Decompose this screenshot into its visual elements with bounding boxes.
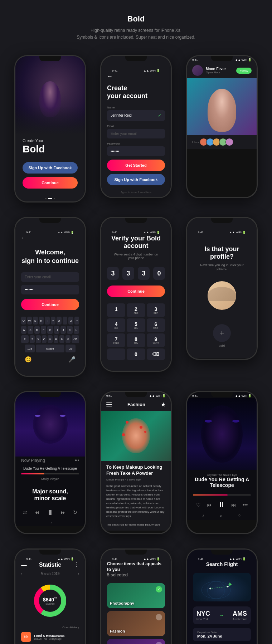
interest-card-other[interactable] xyxy=(107,639,165,644)
numpad-5[interactable]: 5JKL xyxy=(127,318,145,332)
departure-field[interactable]: Departure Date Mon, 24 June xyxy=(193,628,251,641)
key-z[interactable]: Z xyxy=(30,335,35,343)
key-l[interactable]: L xyxy=(74,326,79,334)
numpad-7[interactable]: 7PQRS xyxy=(107,333,125,347)
play-button[interactable]: ⏸ xyxy=(47,508,54,517)
facebook-signup-button[interactable]: Sign Up with Facebook xyxy=(23,162,78,174)
numpad-8[interactable]: 8TUV xyxy=(127,333,145,347)
key-space[interactable]: space xyxy=(36,345,64,352)
numpad-4[interactable]: 4GHI xyxy=(107,318,125,332)
emoji-key[interactable]: 😊 xyxy=(25,356,32,363)
key-i[interactable]: I xyxy=(63,317,68,325)
menu-icon-10[interactable]: ⋮ xyxy=(73,561,79,568)
email-input-4[interactable]: Enter your email xyxy=(21,272,79,282)
key-d[interactable]: D xyxy=(34,326,40,334)
signal-11: ▲▲ WiFi 🔋 xyxy=(144,557,160,561)
numpad-0[interactable]: 0 xyxy=(127,348,145,360)
key-s[interactable]: S xyxy=(28,326,33,334)
key-g[interactable]: G xyxy=(47,326,53,334)
next-month-button[interactable]: › xyxy=(78,572,79,576)
prev-button-9[interactable]: ⏮ xyxy=(207,502,212,508)
music-progress-bar[interactable] xyxy=(21,473,79,474)
back-arrow-4[interactable]: ← xyxy=(21,235,79,241)
next-button[interactable]: ⏭ xyxy=(61,509,66,515)
numpad-3[interactable]: 3DEF xyxy=(147,303,165,317)
key-x[interactable]: X xyxy=(36,335,41,343)
heart-icon-9[interactable]: ♡ xyxy=(238,513,242,518)
numpad-9[interactable]: 9WXYZ xyxy=(147,333,165,347)
key-delete[interactable]: ⌫ xyxy=(72,335,79,343)
shuffle-button[interactable]: ⇄ xyxy=(23,509,27,515)
numpad-6[interactable]: 6MNO xyxy=(147,318,165,332)
get-started-button[interactable]: Get Started xyxy=(107,160,165,171)
otp-digit-1[interactable]: 3 xyxy=(107,267,119,280)
otp-digit-3[interactable]: 3 xyxy=(138,267,150,280)
key-k[interactable]: K xyxy=(67,326,72,334)
key-b[interactable]: B xyxy=(54,335,59,343)
open-history[interactable]: Open History xyxy=(21,626,79,629)
continue-button-1[interactable]: Continue xyxy=(23,177,78,189)
hamburger-icon-10[interactable] xyxy=(21,564,27,566)
play-button-9[interactable]: ⏸ xyxy=(218,501,225,509)
numpad-1[interactable]: 1 xyxy=(107,303,125,317)
more-button-9[interactable]: ••• xyxy=(243,502,248,508)
key-c[interactable]: C xyxy=(42,335,47,343)
prev-button[interactable]: ⏮ xyxy=(34,509,39,515)
repeat-button[interactable]: ↻ xyxy=(73,509,77,515)
continue-button-4[interactable]: Continue xyxy=(21,299,79,310)
interest-card-photography[interactable]: ✓ Photography xyxy=(107,583,165,608)
key-p[interactable]: P xyxy=(74,317,79,325)
numpad-2[interactable]: 2ABC xyxy=(127,303,145,317)
phone-wrap-10: 9:41 ▲▲ WiFi 🔋 Statistic ⋮ ‹ March 2019 … xyxy=(11,548,89,644)
key-e[interactable]: E xyxy=(33,317,38,325)
music-note-icon[interactable]: ♪ xyxy=(202,513,204,518)
prev-month-button[interactable]: ‹ xyxy=(21,572,22,576)
key-q[interactable]: Q xyxy=(21,317,26,325)
status-bar-4: 9:41 ▲▲ WiFi 🔋 xyxy=(21,229,79,235)
search-icon-9[interactable]: ⌕ xyxy=(220,513,222,518)
like-button[interactable]: ♡ xyxy=(196,502,201,508)
key-123[interactable]: 123 xyxy=(25,345,35,352)
key-h[interactable]: H xyxy=(54,326,59,334)
password-input-4[interactable]: ••••••• xyxy=(21,285,79,294)
stats-month: ‹ March 2019 › xyxy=(21,572,79,576)
key-f[interactable]: F xyxy=(41,326,46,334)
key-w[interactable]: W xyxy=(27,317,32,325)
key-y[interactable]: Y xyxy=(51,317,56,325)
arrow-down-icon[interactable]: → xyxy=(47,519,53,526)
key-r[interactable]: R xyxy=(39,317,44,325)
key-a[interactable]: A xyxy=(21,326,26,334)
notch-12 xyxy=(211,550,233,555)
key-go[interactable]: Go xyxy=(65,345,76,352)
key-t[interactable]: T xyxy=(45,317,50,325)
facebook-signup-button-2[interactable]: Sign Up with Facebook xyxy=(107,174,165,185)
email-input[interactable]: Enter your email xyxy=(107,129,165,138)
key-m[interactable]: M xyxy=(65,335,71,343)
signal-6: ▲▲ WiFi 🔋 xyxy=(229,231,246,234)
hamburger-icon[interactable] xyxy=(106,402,112,406)
profile-check-title: Is that yourprofile? xyxy=(193,245,251,260)
now-playing-progress-fill xyxy=(193,494,228,496)
next-button-9[interactable]: ⏭ xyxy=(231,502,236,508)
key-u[interactable]: U xyxy=(57,317,62,325)
continue-button-5[interactable]: Continue xyxy=(107,286,165,297)
bookmark-icon[interactable]: ★ xyxy=(161,401,166,408)
key-v[interactable]: V xyxy=(48,335,53,343)
otp-digit-2[interactable]: 3 xyxy=(122,267,134,280)
back-arrow-2[interactable]: ← xyxy=(107,73,165,79)
otp-digit-4[interactable]: 0 xyxy=(153,267,165,280)
key-shift[interactable]: ⇧ xyxy=(21,335,29,343)
add-button[interactable]: + xyxy=(213,324,231,342)
follow-button[interactable]: Follow xyxy=(236,68,252,74)
name-input[interactable]: Jennifer Reid ✓ xyxy=(107,110,165,121)
key-o[interactable]: O xyxy=(68,317,73,325)
music-menu-icon[interactable]: ••• xyxy=(74,458,79,463)
interest-card-fashion[interactable]: Fashion xyxy=(107,611,165,636)
key-j[interactable]: J xyxy=(60,326,66,334)
password-input[interactable]: ••••••• xyxy=(107,146,165,156)
now-playing-progress[interactable] xyxy=(193,494,251,496)
numpad-delete[interactable]: ⌫ xyxy=(147,348,165,360)
dot-active xyxy=(48,198,52,199)
key-n[interactable]: N xyxy=(59,335,64,343)
mic-key[interactable]: 🎤 xyxy=(68,356,76,363)
